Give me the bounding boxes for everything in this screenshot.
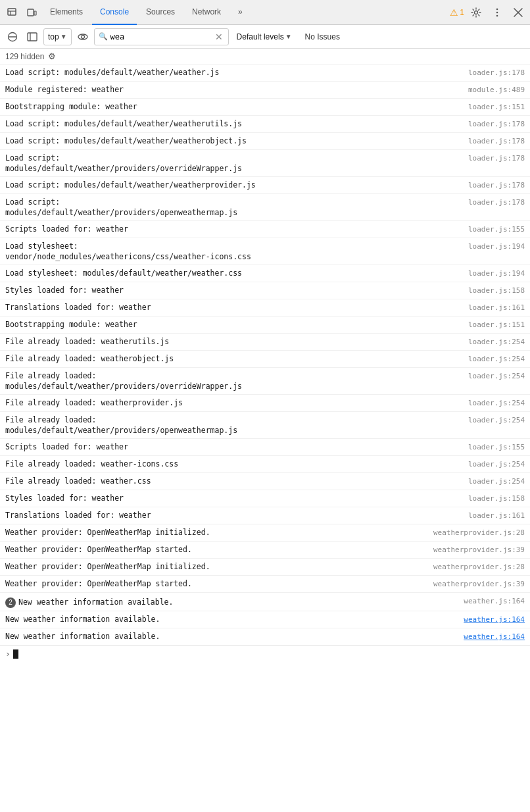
- log-source: weatherprovider.js:39: [428, 577, 530, 591]
- log-source: loader.js:158: [445, 284, 530, 297]
- more-options-button[interactable]: [488, 3, 506, 22]
- tab-network[interactable]: Network: [184, 0, 229, 25]
- clear-console-button[interactable]: [4, 28, 21, 45]
- log-message: Weather provider: OpenWeatherMap started…: [5, 543, 428, 556]
- svg-rect-13: [28, 33, 37, 41]
- close-button[interactable]: [509, 3, 527, 22]
- log-source: loader.js:155: [445, 440, 530, 454]
- log-message: Translations loaded for: weather: [5, 301, 445, 314]
- filter-input[interactable]: [110, 32, 211, 41]
- tab-console[interactable]: Console: [92, 0, 137, 25]
- svg-point-5: [475, 11, 478, 14]
- eye-button[interactable]: [74, 28, 91, 45]
- log-entry: Bootstrapping module: weatherloader.js:1…: [0, 99, 530, 116]
- settings-button[interactable]: [467, 3, 485, 22]
- sidebar-button[interactable]: [24, 28, 41, 45]
- log-entry: Load stylesheet: vendor/node_modules/wea…: [0, 238, 530, 265]
- log-entry: File already loaded: weatherutils.jsload…: [0, 334, 530, 351]
- log-entry: File already loaded: modules/default/wea…: [0, 412, 530, 439]
- hidden-count: 129 hidden: [5, 52, 44, 61]
- log-source: loader.js:158: [445, 492, 530, 505]
- log-message: File already loaded: modules/default/wea…: [5, 369, 445, 393]
- context-label: top: [48, 32, 59, 41]
- chevron-down-icon: ▼: [60, 33, 67, 40]
- log-message: File already loaded: modules/default/wea…: [5, 413, 445, 437]
- tab-bar-right: ⚠ 1: [450, 3, 527, 22]
- log-message: Load script: modules/default/weather/wea…: [5, 178, 445, 191]
- levels-selector[interactable]: Default levels ▼: [231, 31, 297, 43]
- inspect-element-button[interactable]: [3, 3, 21, 22]
- log-entry: Scripts loaded for: weatherloader.js:155: [0, 221, 530, 238]
- log-message: File already loaded: weatherprovider.js: [5, 396, 445, 409]
- log-message: Bootstrapping module: weather: [5, 100, 445, 113]
- log-message: Scripts loaded for: weather: [5, 440, 445, 453]
- log-source: loader.js:151: [445, 318, 530, 332]
- log-message: File already loaded: weatherutils.js: [5, 335, 445, 348]
- log-entry: File already loaded: modules/default/wea…: [0, 368, 530, 395]
- log-entry: File already loaded: weather-icons.csslo…: [0, 456, 530, 473]
- log-message: Bootstrapping module: weather: [5, 318, 445, 331]
- log-entry: Translations loaded for: weatherloader.j…: [0, 507, 530, 524]
- log-source: loader.js:254: [445, 369, 530, 383]
- svg-point-8: [496, 14, 498, 16]
- log-message: New weather information available.: [5, 630, 445, 643]
- tab-sources[interactable]: Sources: [138, 0, 183, 25]
- log-source: loader.js:194: [445, 266, 530, 280]
- device-toolbar-button[interactable]: [22, 3, 41, 22]
- filter-icon: 🔍: [99, 32, 108, 41]
- log-message: Load script: modules/default/weather/pro…: [5, 195, 445, 219]
- log-source: loader.js:178: [445, 178, 530, 192]
- prompt-arrow: ›: [5, 649, 11, 659]
- log-message: Load stylesheet: vendor/node_modules/wea…: [5, 240, 445, 263]
- filter-settings-icon[interactable]: ⚙: [48, 51, 56, 61]
- log-entry: File already loaded: weather.cssloader.j…: [0, 473, 530, 490]
- log-source: loader.js:161: [445, 301, 530, 315]
- tab-elements[interactable]: Elements: [42, 0, 91, 25]
- filter-box[interactable]: 🔍 ✕: [94, 28, 229, 45]
- log-message: Load script: modules/default/weather/wea…: [5, 117, 445, 130]
- log-entry: Load script: modules/default/weather/wea…: [0, 177, 530, 194]
- log-message: Styles loaded for: weather: [5, 492, 445, 505]
- warning-triangle-icon: ⚠: [450, 7, 458, 18]
- log-entry: Scripts loaded for: weatherloader.js:155: [0, 439, 530, 456]
- log-entry: Module registered: weathermodule.js:489: [0, 82, 530, 99]
- tab-bar: Elements Console Sources Network » ⚠ 1: [0, 0, 530, 25]
- log-source: weatherprovider.js:28: [428, 560, 530, 574]
- log-source: loader.js:151: [445, 100, 530, 114]
- svg-rect-0: [8, 9, 16, 15]
- log-entry: Load script: modules/default/weather/pro…: [0, 194, 530, 221]
- svg-point-7: [496, 11, 498, 13]
- tab-more[interactable]: »: [230, 0, 251, 25]
- log-source: loader.js:161: [445, 509, 530, 522]
- log-entry: Weather provider: OpenWeatherMap initial…: [0, 559, 530, 576]
- log-message: Styles loaded for: weather: [5, 284, 445, 297]
- svg-rect-3: [28, 9, 34, 16]
- log-message: Weather provider: OpenWeatherMap initial…: [5, 526, 428, 539]
- log-entry: Weather provider: OpenWeatherMap started…: [0, 576, 530, 593]
- log-source-link[interactable]: weather.js:164: [445, 630, 530, 644]
- log-entry: Weather provider: OpenWeatherMap started…: [0, 542, 530, 559]
- log-message: Load script: modules/default/weather/pro…: [5, 151, 445, 175]
- log-source: loader.js:178: [445, 151, 530, 165]
- clear-filter-button[interactable]: ✕: [214, 32, 224, 42]
- log-source: loader.js:254: [445, 335, 530, 349]
- log-source: weatherprovider.js:28: [428, 526, 530, 540]
- log-entry: Styles loaded for: weatherloader.js:158: [0, 282, 530, 299]
- log-entry: File already loaded: weatherobject.jsloa…: [0, 351, 530, 368]
- console-cursor[interactable]: [13, 649, 18, 659]
- hidden-bar: 129 hidden ⚙: [0, 49, 530, 64]
- log-entry: 2New weather information available.weath…: [0, 593, 530, 611]
- log-message: Translations loaded for: weather: [5, 509, 445, 522]
- log-entry: Weather provider: OpenWeatherMap initial…: [0, 524, 530, 542]
- console-log: Load script: modules/default/weather/wea…: [0, 64, 530, 646]
- log-source: module.js:489: [445, 83, 530, 97]
- log-source: loader.js:178: [445, 195, 530, 209]
- log-source-link[interactable]: weather.js:164: [445, 613, 530, 626]
- log-message: File already loaded: weather-icons.css: [5, 457, 445, 470]
- context-selector[interactable]: top ▼: [43, 28, 72, 45]
- no-issues-label: No Issues: [300, 31, 345, 43]
- log-message: Weather provider: OpenWeatherMap initial…: [5, 560, 428, 573]
- log-source: loader.js:178: [445, 66, 530, 80]
- console-toolbar: top ▼ 🔍 ✕ Default levels ▼ No Issues: [0, 25, 530, 49]
- log-source: loader.js:254: [445, 352, 530, 366]
